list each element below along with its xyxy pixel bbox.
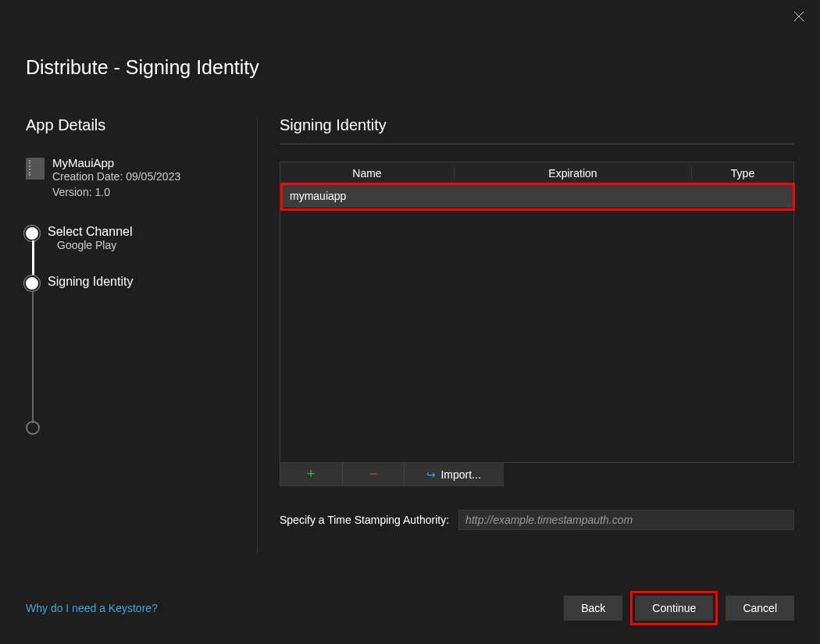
- archive-icon: [26, 158, 45, 180]
- step-circle-filled-icon: [26, 277, 38, 290]
- step-select-channel[interactable]: Select Channel Google Play: [26, 225, 257, 275]
- step-channel-title: Select Channel: [48, 225, 257, 239]
- import-arrow-icon: ↪: [426, 468, 436, 481]
- table-row[interactable]: mymauiapp: [280, 184, 793, 208]
- plus-icon: +: [307, 466, 316, 482]
- add-button[interactable]: +: [280, 463, 343, 486]
- help-link[interactable]: Why do I need a Keystore?: [26, 602, 158, 614]
- table-empty-area: [280, 208, 793, 462]
- col-expiration[interactable]: Expiration: [455, 167, 692, 180]
- import-label: Import...: [440, 468, 480, 481]
- divider: [280, 144, 794, 144]
- import-button[interactable]: ↪ Import...: [405, 463, 503, 486]
- step-signing-title: Signing Identity: [48, 275, 257, 289]
- tsa-label: Specify a Time Stamping Authority:: [280, 514, 449, 526]
- tsa-row: Specify a Time Stamping Authority:: [280, 510, 794, 530]
- app-details-heading: App Details: [26, 116, 257, 134]
- app-name: MyMauiApp: [52, 156, 180, 169]
- table-toolbar: + − ↪ Import...: [280, 463, 504, 486]
- close-icon[interactable]: [793, 11, 804, 25]
- back-button[interactable]: Back: [564, 596, 622, 621]
- step-channel-sub: Google Play: [48, 239, 257, 251]
- col-type[interactable]: Type: [692, 167, 793, 180]
- left-panel: App Details MyMauiApp Creation Date: 09/…: [0, 116, 258, 553]
- signing-identity-heading: Signing Identity: [280, 116, 794, 134]
- dialog-title: Distribute - Signing Identity: [0, 0, 820, 79]
- col-name[interactable]: Name: [280, 167, 455, 180]
- right-panel: Signing Identity Name Expiration Type my…: [258, 116, 820, 585]
- continue-button[interactable]: Continue: [635, 596, 713, 621]
- step-line: [32, 240, 34, 276]
- identity-table: Name Expiration Type mymauiapp: [280, 162, 794, 463]
- tsa-input[interactable]: [458, 510, 794, 530]
- footer: Why do I need a Keystore? Back Continue …: [26, 591, 794, 625]
- stepper: Select Channel Google Play Signing Ident…: [26, 225, 257, 468]
- app-version: Version: 1.0: [52, 185, 180, 201]
- continue-highlight: Continue: [630, 591, 718, 625]
- step-signing-identity[interactable]: Signing Identity: [26, 275, 257, 325]
- table-header: Name Expiration Type: [280, 162, 793, 184]
- step-line-thin: [32, 290, 34, 423]
- step-circle-filled-icon: [26, 227, 38, 240]
- step-circle-empty-icon: [26, 421, 40, 435]
- step-future: [26, 418, 257, 468]
- cancel-button[interactable]: Cancel: [726, 596, 794, 621]
- app-creation-date: Creation Date: 09/05/2023: [52, 169, 180, 185]
- row-name-cell: mymauiapp: [280, 190, 455, 202]
- app-block: MyMauiApp Creation Date: 09/05/2023 Vers…: [26, 156, 257, 200]
- minus-icon: −: [369, 466, 378, 482]
- remove-button[interactable]: −: [343, 463, 405, 486]
